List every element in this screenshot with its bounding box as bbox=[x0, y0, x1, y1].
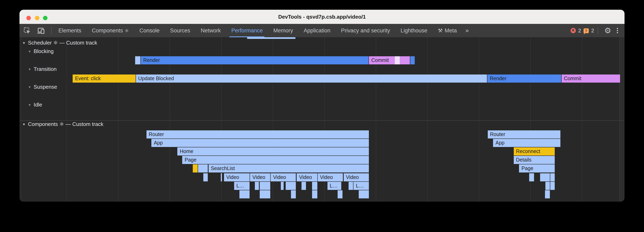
flame-bar-router[interactable]: Router bbox=[488, 130, 560, 138]
flame-bar[interactable] bbox=[358, 190, 369, 198]
flame-bar-details[interactable]: Details bbox=[514, 156, 555, 164]
flame-bar-l[interactable]: L… bbox=[327, 182, 341, 190]
timeline-gridline bbox=[582, 37, 582, 202]
collapse-triangle-icon[interactable]: ▼ bbox=[22, 41, 26, 45]
flame-bar-video[interactable]: Video bbox=[318, 173, 343, 181]
tab-console[interactable]: Console bbox=[134, 24, 165, 37]
tab-lighthouse[interactable]: Lighthouse bbox=[395, 24, 432, 37]
track-label-text: Idle bbox=[34, 102, 42, 108]
tab-application[interactable]: Application bbox=[298, 24, 336, 37]
flame-bar[interactable] bbox=[255, 182, 259, 190]
tab-network[interactable]: Network bbox=[196, 24, 226, 37]
lane-label-blocking[interactable]: ▼Blocking bbox=[28, 48, 54, 54]
flame-bar-video[interactable]: Video bbox=[224, 173, 249, 181]
tab-label: Privacy and security bbox=[341, 27, 390, 34]
flame-bar-searchlist[interactable]: SearchList bbox=[208, 165, 369, 173]
flame-bar[interactable] bbox=[291, 190, 296, 198]
flame-bar[interactable] bbox=[135, 56, 140, 64]
tab-memory[interactable]: Memory bbox=[268, 24, 298, 37]
tab-label: Console bbox=[140, 27, 160, 34]
flame-bar[interactable] bbox=[281, 182, 284, 190]
tab-meta[interactable]: ⚒Meta bbox=[432, 24, 462, 37]
more-tabs-icon[interactable]: » bbox=[462, 24, 471, 37]
issue-count: 2 bbox=[591, 27, 594, 34]
performance-flamechart: ▼Scheduler ⚛ — Custom track▼Blocking▼Tra… bbox=[20, 37, 624, 202]
flame-bar[interactable] bbox=[550, 173, 555, 181]
tools-icon: ⚒ bbox=[438, 27, 442, 34]
flame-bar[interactable] bbox=[220, 173, 222, 181]
tab-label: Elements bbox=[58, 27, 81, 34]
flame-bar[interactable] bbox=[302, 182, 306, 190]
flame-bar-page[interactable]: Page bbox=[182, 156, 369, 164]
flame-bar[interactable] bbox=[192, 165, 198, 173]
flame-bar[interactable] bbox=[286, 182, 296, 190]
flame-bar[interactable] bbox=[545, 190, 550, 198]
flame-bar[interactable] bbox=[312, 182, 317, 190]
tab-label: Components bbox=[92, 27, 123, 34]
flame-bar-commit[interactable]: Commit bbox=[369, 56, 395, 64]
flame-bar-render[interactable]: Render bbox=[487, 75, 561, 83]
track-header-components[interactable]: ▼Components ⚛ — Custom track bbox=[22, 121, 103, 127]
flame-bar-page[interactable]: Page bbox=[519, 165, 555, 173]
flame-bar[interactable] bbox=[348, 182, 353, 190]
flame-bar-l[interactable]: L… bbox=[234, 182, 249, 190]
tab-components[interactable]: Components⚛ bbox=[87, 24, 134, 37]
flame-bar[interactable] bbox=[312, 190, 317, 198]
devtools-window: DevTools - qsvd7p.csb.app/video/1 Elemen… bbox=[20, 10, 624, 202]
settings-gear-icon[interactable]: ⚙ bbox=[604, 26, 611, 35]
vertical-scrollbar-track[interactable] bbox=[619, 37, 624, 202]
flame-bar-router[interactable]: Router bbox=[146, 130, 369, 138]
timeline-scroll-handle[interactable] bbox=[247, 37, 295, 39]
flame-bar[interactable] bbox=[395, 56, 400, 64]
flame-bar-video[interactable]: Video bbox=[344, 173, 369, 181]
collapse-triangle-icon[interactable]: ▼ bbox=[28, 50, 31, 53]
flame-bar[interactable] bbox=[338, 190, 342, 198]
flame-bar-reconnect[interactable]: Reconnect bbox=[514, 147, 555, 155]
flame-bar[interactable] bbox=[400, 56, 410, 64]
flame-bar[interactable] bbox=[410, 56, 414, 64]
flame-bar[interactable] bbox=[540, 173, 550, 181]
inspect-element-icon[interactable] bbox=[23, 27, 31, 35]
flame-bar[interactable] bbox=[550, 182, 555, 190]
flame-bar-home[interactable]: Home bbox=[177, 147, 369, 155]
track-header-scheduler[interactable]: ▼Scheduler ⚛ — Custom track bbox=[22, 40, 97, 46]
flame-bar-update-blocked[interactable]: Update Blocked bbox=[136, 75, 487, 83]
flame-bar-commit[interactable]: Commit bbox=[562, 75, 620, 83]
collapse-triangle-icon[interactable]: ▼ bbox=[28, 85, 31, 89]
more-options-icon[interactable] bbox=[615, 28, 620, 33]
flame-bar-l[interactable]: L… bbox=[354, 182, 369, 190]
tab-elements[interactable]: Elements bbox=[53, 24, 87, 37]
flame-bar[interactable] bbox=[529, 173, 534, 181]
flame-bar[interactable] bbox=[198, 165, 208, 173]
flame-bar[interactable] bbox=[546, 182, 550, 190]
collapse-triangle-icon[interactable]: ▼ bbox=[22, 123, 26, 126]
flame-bar-video[interactable]: Video bbox=[250, 173, 270, 181]
flame-bar-render[interactable]: Render bbox=[141, 56, 368, 64]
flame-bar-app[interactable]: App bbox=[493, 139, 560, 147]
device-toolbar-icon[interactable] bbox=[37, 27, 45, 35]
issues-icon[interactable]: ! bbox=[584, 28, 589, 33]
flame-bar-event-click[interactable]: Event: click bbox=[73, 75, 135, 83]
console-errors-icon[interactable]: ✕ bbox=[570, 28, 576, 33]
flame-bar-app[interactable]: App bbox=[151, 139, 369, 147]
react-atom-icon: ⚛ bbox=[124, 28, 129, 34]
flame-bar[interactable] bbox=[203, 173, 208, 181]
devtools-toolbar: ElementsComponents⚛ConsoleSourcesNetwork… bbox=[20, 24, 624, 38]
timeline-gridline bbox=[479, 37, 479, 202]
collapse-triangle-icon[interactable]: ▼ bbox=[28, 67, 31, 71]
tab-sources[interactable]: Sources bbox=[165, 24, 196, 37]
flame-bar[interactable] bbox=[239, 190, 249, 198]
lane-label-suspense[interactable]: ▼Suspense bbox=[28, 84, 57, 90]
lane-label-idle[interactable]: ▼Idle bbox=[28, 102, 42, 108]
flame-bar[interactable] bbox=[260, 190, 270, 198]
tab-label: Network bbox=[201, 27, 221, 34]
tab-performance[interactable]: Performance bbox=[226, 24, 268, 37]
tab-privacy-and-security[interactable]: Privacy and security bbox=[336, 24, 396, 37]
flame-bar-video[interactable]: Video bbox=[271, 173, 296, 181]
flame-bar-video[interactable]: Video bbox=[297, 173, 317, 181]
track-label-text: Scheduler ⚛ — Custom track bbox=[28, 40, 97, 46]
flame-bar[interactable] bbox=[260, 182, 270, 190]
collapse-triangle-icon[interactable]: ▼ bbox=[28, 103, 31, 107]
lane-label-transition[interactable]: ▼Transition bbox=[28, 66, 56, 72]
error-count: 2 bbox=[578, 27, 581, 34]
